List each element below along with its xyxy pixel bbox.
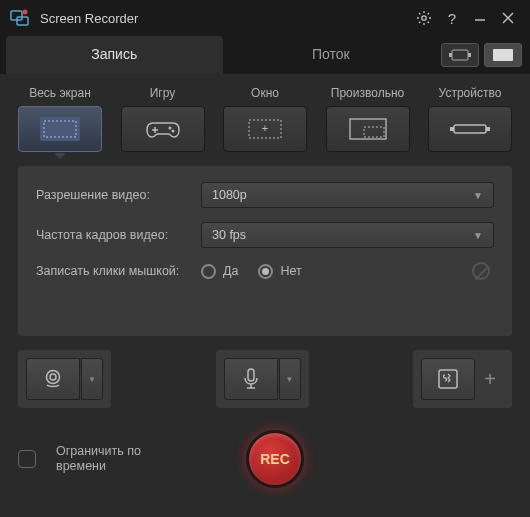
svg-point-2 <box>23 10 28 15</box>
limit-time-label: Ограничить по времени <box>56 444 166 474</box>
fps-label: Частота кадров видео: <box>36 228 201 242</box>
webcam-button[interactable] <box>26 358 80 400</box>
content-pane: Весь экран Игру Окно + Произвольно Устро… <box>0 74 530 418</box>
view-mode-group <box>439 36 524 74</box>
titlebar: Screen Recorder ? <box>0 0 530 36</box>
app-title: Screen Recorder <box>40 11 410 26</box>
tabbar: Запись Поток <box>0 36 530 74</box>
app-icon <box>10 8 30 28</box>
clicks-radio-group: Да Нет <box>201 262 494 280</box>
svg-point-16 <box>171 130 174 133</box>
compact-view-button[interactable] <box>441 43 479 67</box>
capture-game-button[interactable] <box>121 106 205 152</box>
svg-rect-29 <box>439 370 457 388</box>
capture-custom-button[interactable] <box>326 106 410 152</box>
capture-label-window: Окно <box>251 86 279 100</box>
mic-icon <box>242 367 260 391</box>
resolution-select[interactable]: 1080p <box>201 182 494 208</box>
capture-fullscreen-button[interactable] <box>18 106 102 152</box>
capture-label-device: Устройство <box>439 86 502 100</box>
resolution-label: Разрешение видео: <box>36 188 201 202</box>
limit-time-checkbox[interactable] <box>18 450 36 468</box>
svg-rect-9 <box>468 53 471 57</box>
radio-icon <box>258 264 273 279</box>
svg-point-25 <box>50 374 56 380</box>
settings-panel: Разрешение видео: 1080p Частота кадров в… <box>18 166 512 336</box>
bottom-row: Ограничить по времени REC <box>0 418 530 500</box>
svg-rect-22 <box>450 127 454 131</box>
capture-label-custom: Произвольно <box>331 86 404 100</box>
mic-dropdown[interactable] <box>279 358 301 400</box>
gamepad-icon <box>145 117 181 141</box>
help-button[interactable]: ? <box>438 4 466 32</box>
record-button[interactable]: REC <box>246 430 304 488</box>
capture-device-button[interactable] <box>428 106 512 152</box>
radio-icon <box>201 264 216 279</box>
tab-stream[interactable]: Поток <box>223 36 440 74</box>
close-button[interactable] <box>494 4 522 32</box>
webcam-group <box>18 350 111 408</box>
svg-rect-8 <box>449 53 452 57</box>
device-icon <box>448 119 492 139</box>
overlay-group: + <box>413 350 512 408</box>
svg-rect-10 <box>493 49 513 61</box>
radio-label-yes: Да <box>223 264 238 278</box>
svg-point-3 <box>422 16 426 20</box>
settings-button[interactable] <box>410 4 438 32</box>
capture-label-fullscreen: Весь экран <box>29 86 91 100</box>
minimize-button[interactable] <box>466 4 494 32</box>
capture-mode-row: Весь экран Игру Окно + Произвольно Устро… <box>18 86 512 152</box>
clicks-yes-radio[interactable]: Да <box>201 264 238 279</box>
svg-rect-23 <box>486 127 490 131</box>
radio-label-no: Нет <box>280 264 301 278</box>
capture-window-button[interactable]: + <box>223 106 307 152</box>
svg-rect-7 <box>452 50 468 60</box>
webcam-icon <box>42 368 64 390</box>
clicks-no-radio[interactable]: Нет <box>258 264 301 279</box>
fps-select[interactable]: 30 fps <box>201 222 494 248</box>
svg-point-15 <box>168 127 171 130</box>
svg-rect-19 <box>350 119 386 139</box>
mic-group <box>216 350 309 408</box>
overlay-icon <box>437 368 459 390</box>
svg-point-24 <box>47 371 60 384</box>
full-view-button[interactable] <box>484 43 522 67</box>
tab-record[interactable]: Запись <box>6 36 223 74</box>
svg-rect-21 <box>454 125 486 133</box>
prohibit-icon <box>472 262 490 280</box>
overlay-button[interactable] <box>421 358 475 400</box>
svg-text:+: + <box>262 122 268 134</box>
overlay-add-button[interactable]: + <box>476 358 504 400</box>
svg-rect-26 <box>248 369 254 381</box>
mic-button[interactable] <box>224 358 278 400</box>
clicks-label: Записать клики мышкой: <box>36 264 201 278</box>
capture-label-game: Игру <box>150 86 176 100</box>
webcam-dropdown[interactable] <box>81 358 103 400</box>
svg-rect-20 <box>364 127 384 137</box>
device-row: + <box>18 350 512 408</box>
